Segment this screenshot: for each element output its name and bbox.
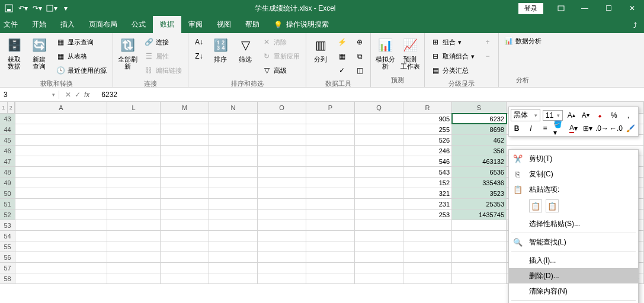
ctx-paste-special[interactable]: 选择性粘贴(S)... [509, 216, 638, 231]
cell[interactable] [258, 146, 306, 156]
forecast-sheet-button[interactable]: 📈预测 工作表 [398, 34, 422, 71]
cell[interactable] [355, 167, 403, 177]
cell[interactable] [107, 220, 161, 230]
text-to-columns-button[interactable]: ▥分列 [309, 34, 332, 64]
cell[interactable] [306, 209, 355, 220]
tab-home[interactable]: 开始 [25, 16, 53, 33]
cell[interactable] [15, 220, 107, 230]
cell[interactable]: 1435745 [452, 209, 507, 220]
cell[interactable] [161, 146, 209, 156]
cell[interactable] [107, 231, 161, 241]
consolidate-button[interactable]: ⊕ [353, 36, 367, 49]
cell[interactable] [15, 209, 107, 220]
row-header[interactable]: 45 [0, 135, 15, 145]
row-header[interactable]: 55 [0, 241, 15, 252]
column-header-A[interactable]: A [15, 102, 107, 113]
cell[interactable] [258, 273, 306, 283]
subtotal-button[interactable]: ▤分类汇总 [428, 64, 477, 77]
filter-button[interactable]: ▽筛选 [233, 34, 257, 64]
row-header[interactable]: 50 [0, 188, 15, 198]
cell[interactable] [258, 178, 306, 188]
cell[interactable] [355, 273, 403, 283]
sort-desc-button[interactable]: Z↓ [192, 50, 206, 63]
cell[interactable] [258, 188, 306, 198]
cell[interactable] [209, 263, 258, 273]
font-color-icon[interactable]: A▾ [568, 123, 579, 134]
cell[interactable] [107, 263, 161, 273]
cell[interactable] [306, 146, 355, 156]
tab-view[interactable]: 视图 [210, 16, 238, 33]
cell[interactable]: 462 [452, 135, 507, 145]
cell[interactable]: 543 [403, 167, 452, 177]
cell[interactable] [355, 114, 403, 124]
name-box[interactable]: 3 [0, 91, 59, 99]
cell[interactable] [258, 156, 306, 166]
cell[interactable] [403, 220, 452, 230]
cell[interactable] [258, 241, 306, 252]
cell[interactable] [258, 199, 306, 209]
font-size-select[interactable]: 11 [543, 110, 563, 121]
cell[interactable] [355, 146, 403, 156]
select-all-corner[interactable]: 12 [0, 102, 15, 113]
cell[interactable] [306, 231, 355, 241]
formula-input[interactable]: 6232 [95, 91, 123, 99]
tab-file[interactable]: 文件 [0, 16, 25, 33]
cell[interactable] [107, 135, 161, 145]
align-icon[interactable]: ≡ [539, 123, 551, 134]
ctx-cut[interactable]: ✂️剪切(T) [509, 151, 638, 166]
border-icon[interactable]: ⊞▾ [582, 123, 594, 134]
edit-links-button[interactable]: ⛓编辑链接 [142, 64, 184, 77]
flash-fill-button[interactable]: ⚡ [335, 36, 349, 49]
cell[interactable] [355, 135, 403, 145]
column-header-P[interactable]: P [306, 102, 355, 113]
cell[interactable] [209, 241, 258, 252]
accounting-format-icon[interactable]: ⬥ [594, 109, 605, 121]
cell[interactable] [258, 252, 306, 262]
cell[interactable] [15, 188, 107, 198]
cell[interactable] [107, 178, 161, 188]
cell[interactable] [209, 273, 258, 283]
cell[interactable] [355, 220, 403, 230]
cell[interactable] [209, 209, 258, 220]
cell[interactable] [161, 188, 209, 198]
cell[interactable] [209, 135, 258, 145]
refresh-all-button[interactable]: 🔃全部刷新 [116, 34, 139, 71]
comma-icon[interactable]: , [622, 109, 634, 121]
cell[interactable] [258, 124, 306, 134]
cell[interactable] [209, 124, 258, 134]
cell[interactable] [209, 156, 258, 166]
tab-formulas[interactable]: 公式 [124, 16, 153, 33]
cell[interactable]: 246 [403, 146, 452, 156]
whatif-button[interactable]: 📊模拟分析 [373, 34, 397, 71]
cell[interactable] [452, 231, 507, 241]
connections-button[interactable]: 🔗连接 [142, 36, 184, 49]
fx-icon[interactable]: fx [84, 91, 89, 99]
cell[interactable]: 253 [403, 209, 452, 220]
cell[interactable] [403, 231, 452, 241]
share-button[interactable]: ⤴ [626, 18, 644, 33]
cell[interactable] [355, 178, 403, 188]
cell[interactable]: 905 [403, 114, 452, 124]
cell[interactable] [306, 167, 355, 177]
cell[interactable]: 335436 [452, 178, 507, 188]
cell[interactable] [403, 273, 452, 283]
ctx-clear-contents[interactable]: 清除内容(N) [509, 283, 638, 299]
column-header-L[interactable]: L [107, 102, 161, 113]
cell[interactable]: 231 [403, 199, 452, 209]
cell[interactable] [452, 220, 507, 230]
cell[interactable] [107, 146, 161, 156]
cell[interactable] [161, 209, 209, 220]
data-validation-button[interactable]: ✓ [335, 64, 349, 77]
cell[interactable]: 6232 [452, 114, 507, 124]
cell[interactable] [355, 199, 403, 209]
cell[interactable] [107, 199, 161, 209]
cell[interactable] [161, 156, 209, 166]
increase-decimal-icon[interactable]: .0→ [596, 123, 608, 134]
format-painter-icon[interactable]: 🖌️ [624, 123, 636, 134]
cell[interactable] [161, 241, 209, 252]
cell[interactable] [161, 167, 209, 177]
cell[interactable] [403, 252, 452, 262]
column-header-R[interactable]: R [403, 102, 452, 113]
cell[interactable]: 546 [403, 156, 452, 166]
cell[interactable] [355, 188, 403, 198]
